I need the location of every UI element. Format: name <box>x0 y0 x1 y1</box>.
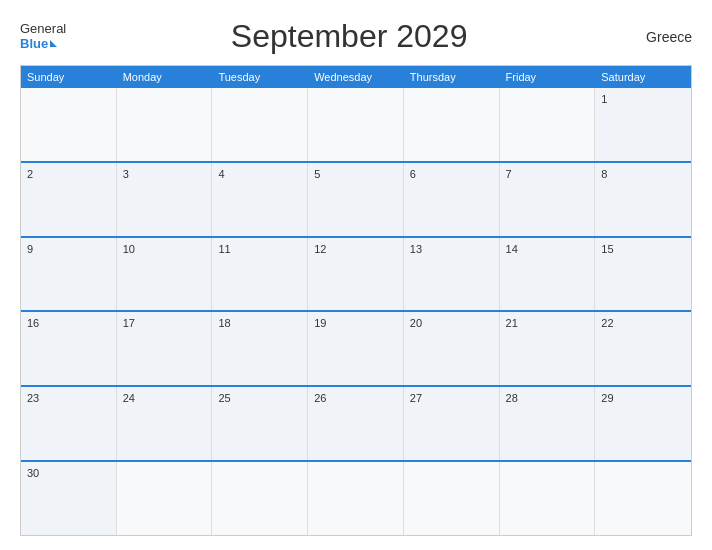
logo-triangle-icon <box>50 40 57 47</box>
day-cell <box>500 462 596 535</box>
day-number: 17 <box>123 317 135 329</box>
day-number: 29 <box>601 392 613 404</box>
day-header-wednesday: Wednesday <box>308 66 404 88</box>
day-cell: 28 <box>500 387 596 460</box>
day-cell: 13 <box>404 238 500 311</box>
calendar-title: September 2029 <box>66 18 632 55</box>
day-cell: 11 <box>212 238 308 311</box>
country-label: Greece <box>632 29 692 45</box>
day-cell <box>212 462 308 535</box>
day-number: 22 <box>601 317 613 329</box>
day-number: 15 <box>601 243 613 255</box>
week-row-0: 1 <box>21 88 691 161</box>
day-number: 11 <box>218 243 230 255</box>
day-cell: 6 <box>404 163 500 236</box>
day-cell: 19 <box>308 312 404 385</box>
day-cell <box>404 462 500 535</box>
day-cell: 9 <box>21 238 117 311</box>
day-cell: 14 <box>500 238 596 311</box>
day-cell: 5 <box>308 163 404 236</box>
week-row-1: 2345678 <box>21 161 691 236</box>
day-header-thursday: Thursday <box>404 66 500 88</box>
calendar: SundayMondayTuesdayWednesdayThursdayFrid… <box>20 65 692 536</box>
week-row-3: 16171819202122 <box>21 310 691 385</box>
day-number: 19 <box>314 317 326 329</box>
day-cell: 25 <box>212 387 308 460</box>
day-header-saturday: Saturday <box>595 66 691 88</box>
day-number: 14 <box>506 243 518 255</box>
day-number: 28 <box>506 392 518 404</box>
logo: General Blue <box>20 22 66 51</box>
day-cell: 1 <box>595 88 691 161</box>
day-number: 16 <box>27 317 39 329</box>
day-number: 12 <box>314 243 326 255</box>
day-cell: 12 <box>308 238 404 311</box>
week-row-4: 23242526272829 <box>21 385 691 460</box>
day-cell: 29 <box>595 387 691 460</box>
day-cell <box>21 88 117 161</box>
day-cell: 10 <box>117 238 213 311</box>
weeks-container: 1234567891011121314151617181920212223242… <box>21 88 691 535</box>
day-cell: 8 <box>595 163 691 236</box>
logo-general-text: General <box>20 22 66 36</box>
day-cell: 20 <box>404 312 500 385</box>
day-cell: 15 <box>595 238 691 311</box>
day-number: 9 <box>27 243 33 255</box>
day-cell: 24 <box>117 387 213 460</box>
day-number: 27 <box>410 392 422 404</box>
day-cell <box>308 462 404 535</box>
day-number: 8 <box>601 168 607 180</box>
day-cell: 21 <box>500 312 596 385</box>
day-number: 24 <box>123 392 135 404</box>
day-cell <box>500 88 596 161</box>
week-row-2: 9101112131415 <box>21 236 691 311</box>
day-cell: 18 <box>212 312 308 385</box>
day-cell: 30 <box>21 462 117 535</box>
day-header-tuesday: Tuesday <box>212 66 308 88</box>
day-cell: 23 <box>21 387 117 460</box>
day-number: 25 <box>218 392 230 404</box>
day-cell <box>595 462 691 535</box>
week-row-5: 30 <box>21 460 691 535</box>
header: General Blue September 2029 Greece <box>20 18 692 55</box>
day-cell <box>212 88 308 161</box>
day-cell <box>117 88 213 161</box>
day-number: 4 <box>218 168 224 180</box>
day-number: 10 <box>123 243 135 255</box>
day-number: 13 <box>410 243 422 255</box>
day-number: 21 <box>506 317 518 329</box>
day-cell: 7 <box>500 163 596 236</box>
day-cell <box>404 88 500 161</box>
page: General Blue September 2029 Greece Sunda… <box>0 0 712 550</box>
day-number: 3 <box>123 168 129 180</box>
day-number: 18 <box>218 317 230 329</box>
day-number: 20 <box>410 317 422 329</box>
day-number: 6 <box>410 168 416 180</box>
day-number: 2 <box>27 168 33 180</box>
day-number: 7 <box>506 168 512 180</box>
day-number: 23 <box>27 392 39 404</box>
day-cell: 26 <box>308 387 404 460</box>
day-cell: 27 <box>404 387 500 460</box>
day-number: 26 <box>314 392 326 404</box>
day-cell: 17 <box>117 312 213 385</box>
day-header-sunday: Sunday <box>21 66 117 88</box>
day-cell: 16 <box>21 312 117 385</box>
days-header: SundayMondayTuesdayWednesdayThursdayFrid… <box>21 66 691 88</box>
day-cell: 3 <box>117 163 213 236</box>
day-header-friday: Friday <box>500 66 596 88</box>
day-number: 1 <box>601 93 607 105</box>
day-cell: 2 <box>21 163 117 236</box>
logo-blue-text: Blue <box>20 37 48 51</box>
day-cell: 22 <box>595 312 691 385</box>
day-header-monday: Monday <box>117 66 213 88</box>
logo-blue-row: Blue <box>20 37 57 51</box>
day-cell <box>308 88 404 161</box>
day-cell: 4 <box>212 163 308 236</box>
day-number: 30 <box>27 467 39 479</box>
day-number: 5 <box>314 168 320 180</box>
day-cell <box>117 462 213 535</box>
